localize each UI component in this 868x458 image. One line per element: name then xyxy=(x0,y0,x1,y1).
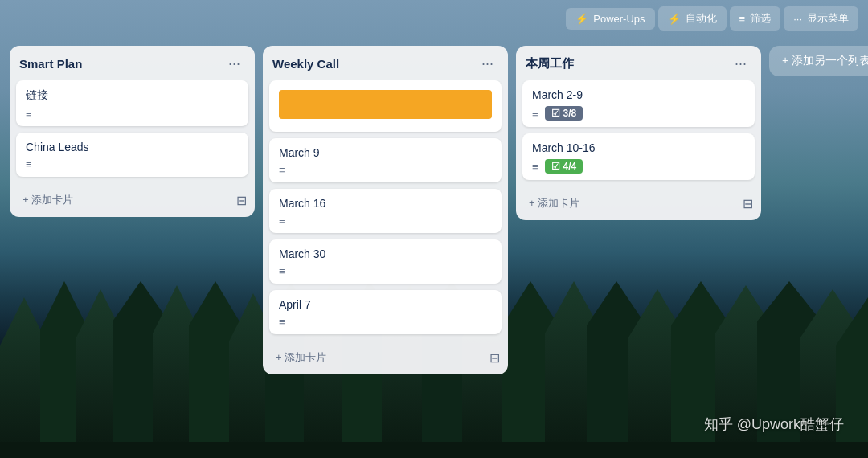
column-footer-smart-plan: + 添加卡片⊟ xyxy=(10,183,255,217)
card-icons: ≡ xyxy=(279,215,492,227)
automate-icon: ⚡ xyxy=(668,13,681,25)
powerups-button[interactable]: ⚡ Power-Ups xyxy=(566,8,654,30)
card-card-march9[interactable]: March 9≡ xyxy=(269,138,502,182)
card-title: April 7 xyxy=(279,298,492,311)
column-header-ben-zhou-work: 本周工作··· xyxy=(516,46,761,80)
menu-button[interactable]: ··· 显示菜单 xyxy=(784,6,858,31)
template-icon[interactable]: ⊟ xyxy=(489,350,500,366)
card-icons: ≡ xyxy=(26,158,239,170)
menu-label: 显示菜单 xyxy=(807,11,849,26)
description-icon: ≡ xyxy=(532,108,538,120)
column-ben-zhou-work: 本周工作···March 2-9≡☑3/8March 10-16≡☑4/4+ 添… xyxy=(516,46,761,220)
column-header-weekly-call: Weekly Call··· xyxy=(263,46,508,80)
column-cards-ben-zhou-work: March 2-9≡☑3/8March 10-16≡☑4/4 xyxy=(516,80,761,186)
column-title-weekly-call: Weekly Call xyxy=(272,57,339,71)
card-title: 链接 xyxy=(26,88,239,103)
card-card-china-leads[interactable]: China Leads≡ xyxy=(16,133,248,177)
add-card-button-smart-plan[interactable]: + 添加卡片 xyxy=(18,190,78,211)
add-card-button-ben-zhou-work[interactable]: + 添加卡片 xyxy=(524,193,584,214)
checklist-icon: ☑ xyxy=(551,108,560,119)
card-title: March 16 xyxy=(279,197,492,210)
description-icon: ≡ xyxy=(26,158,32,170)
card-icons: ≡☑3/8 xyxy=(532,106,745,121)
card-title: March 2-9 xyxy=(532,88,745,101)
column-header-smart-plan: Smart Plan··· xyxy=(10,46,255,80)
toolbar: ⚡ Power-Ups ⚡ 自动化 ≡ 筛选 ··· 显示菜单 xyxy=(556,0,868,37)
description-icon: ≡ xyxy=(279,265,285,277)
card-icons: ≡ xyxy=(279,316,492,328)
column-footer-ben-zhou-work: + 添加卡片⊟ xyxy=(516,186,761,220)
column-smart-plan: Smart Plan···链接≡China Leads≡+ 添加卡片⊟ xyxy=(10,46,255,217)
description-icon: ≡ xyxy=(279,316,285,328)
watermark: 知乎 @Upwork酷蟹仔 xyxy=(704,415,844,434)
column-menu-weekly-call[interactable]: ··· xyxy=(477,54,498,74)
column-cards-smart-plan: 链接≡China Leads≡ xyxy=(10,80,255,183)
automate-label: 自动化 xyxy=(686,11,717,26)
column-cards-weekly-call: March 9≡March 16≡March 30≡April 7≡ xyxy=(263,80,508,341)
add-list-button[interactable]: + 添加另一个列表 xyxy=(769,46,868,76)
filter-icon: ≡ xyxy=(739,13,746,25)
filter-button[interactable]: ≡ 筛选 xyxy=(730,6,781,31)
card-card-april7[interactable]: April 7≡ xyxy=(269,290,502,334)
powerups-icon: ⚡ xyxy=(575,13,588,25)
add-card-button-weekly-call[interactable]: + 添加卡片 xyxy=(271,347,331,368)
card-title: China Leads xyxy=(26,141,239,153)
card-card-march16[interactable]: March 16≡ xyxy=(269,189,502,233)
template-icon[interactable]: ⊟ xyxy=(743,196,753,211)
badge-text: 4/4 xyxy=(563,161,577,172)
card-title: March 9 xyxy=(279,146,492,159)
description-icon: ≡ xyxy=(532,161,538,173)
card-title: March 10-16 xyxy=(532,141,745,154)
description-icon: ≡ xyxy=(279,164,285,176)
card-badge: ☑3/8 xyxy=(545,106,583,121)
column-footer-weekly-call: + 添加卡片⊟ xyxy=(263,341,508,374)
card-card-march2-9[interactable]: March 2-9≡☑3/8 xyxy=(522,80,755,127)
card-icons: ≡ xyxy=(279,164,492,176)
checklist-icon: ☑ xyxy=(551,161,560,172)
card-badge: ☑4/4 xyxy=(545,159,583,174)
description-icon: ≡ xyxy=(279,215,285,227)
column-title-smart-plan: Smart Plan xyxy=(19,57,82,71)
menu-icon: ··· xyxy=(793,13,802,25)
card-card-march10-16[interactable]: March 10-16≡☑4/4 xyxy=(522,133,755,180)
card-icons: ≡ xyxy=(279,265,492,277)
board: Smart Plan···链接≡China Leads≡+ 添加卡片⊟Weekl… xyxy=(0,36,868,458)
description-icon: ≡ xyxy=(26,108,32,120)
column-weekly-call: Weekly Call···March 9≡March 16≡March 30≡… xyxy=(263,46,508,374)
card-card-lianjie[interactable]: 链接≡ xyxy=(16,80,248,126)
column-menu-smart-plan[interactable]: ··· xyxy=(223,54,245,74)
card-icons: ≡ xyxy=(26,108,239,120)
card-title: March 30 xyxy=(279,247,492,260)
card-card-march30[interactable]: March 30≡ xyxy=(269,239,502,284)
filter-label: 筛选 xyxy=(750,11,771,26)
badge-text: 3/8 xyxy=(563,108,577,119)
column-title-ben-zhou-work: 本周工作 xyxy=(526,56,574,72)
card-color-bar xyxy=(279,90,492,119)
column-menu-ben-zhou-work[interactable]: ··· xyxy=(730,54,751,74)
card-icons: ≡☑4/4 xyxy=(532,159,745,174)
template-icon[interactable]: ⊟ xyxy=(236,193,247,208)
automate-button[interactable]: ⚡ 自动化 xyxy=(658,6,727,31)
powerups-label: Power-Ups xyxy=(593,13,645,25)
card-card-orange[interactable] xyxy=(269,80,502,132)
watermark-text: 知乎 @Upwork酷蟹仔 xyxy=(704,416,844,432)
